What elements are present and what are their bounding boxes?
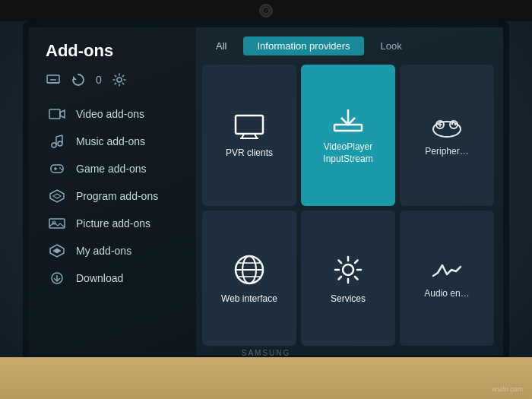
sidebar-item-picture[interactable]: Picture add-ons — [43, 210, 196, 237]
desk-surface — [0, 357, 532, 399]
svg-point-34 — [454, 124, 456, 125]
sidebar-icons-row: 0 — [43, 73, 196, 87]
main-content: All Information providers Look — [196, 27, 503, 355]
update-count: 0 — [96, 74, 102, 86]
addon-tile-pvr[interactable]: PVR clients — [202, 65, 296, 206]
addon-tile-peripheral[interactable]: Peripher… — [400, 65, 494, 206]
install-icon-button[interactable] — [46, 74, 61, 86]
svg-point-7 — [52, 143, 56, 147]
gear-large-icon — [332, 254, 364, 286]
sidebar-item-download[interactable]: Download — [43, 264, 196, 292]
filter-tabs: All Information providers Look — [202, 36, 494, 55]
svg-point-40 — [343, 264, 353, 275]
download-icon — [47, 271, 67, 286]
svg-rect-5 — [49, 109, 60, 119]
sidebar: Add-ons 0 — [29, 27, 196, 355]
sidebar-title: Add-ons — [43, 41, 196, 61]
webcam-bar — [0, 0, 532, 21]
webcam-lens — [259, 4, 273, 17]
tab-all[interactable]: All — [202, 36, 240, 55]
addon-tile-videoplayer-label: VideoPlayerInputStream — [323, 141, 372, 165]
game-icon — [47, 161, 67, 176]
monitor-bezel: Add-ons 0 — [23, 21, 509, 361]
sidebar-item-program[interactable]: Program add-ons — [43, 182, 196, 210]
addon-tile-audio[interactable]: Audio en… — [400, 211, 494, 346]
sidebar-item-program-label: Program add-ons — [76, 190, 158, 202]
tv-icon — [233, 114, 266, 140]
watermark: wsdn.com — [492, 385, 523, 393]
svg-line-11 — [56, 135, 62, 137]
download-tray-icon — [331, 108, 365, 134]
sidebar-item-music[interactable]: Music add-ons — [43, 128, 196, 155]
picture-icon — [47, 216, 67, 231]
svg-marker-3 — [73, 76, 77, 80]
tab-info-providers[interactable]: Information providers — [243, 36, 363, 55]
music-icon — [47, 134, 67, 149]
refresh-icon-button[interactable] — [71, 73, 85, 87]
audio-icon — [430, 259, 464, 280]
sidebar-item-my-addons-label: My add-ons — [76, 245, 131, 257]
samsung-label: SAMSUNG — [242, 349, 291, 357]
svg-rect-17 — [49, 219, 65, 228]
addon-tile-services-label: Services — [331, 293, 366, 306]
addon-tile-web-label: Web interface — [221, 293, 277, 306]
svg-point-15 — [59, 167, 61, 169]
addon-tile-peripheral-label: Peripher… — [425, 146, 468, 158]
tab-look[interactable]: Look — [367, 36, 416, 55]
addon-tile-services[interactable]: Services — [301, 211, 395, 346]
myaddon-icon — [47, 243, 67, 258]
settings-icon-button[interactable] — [112, 73, 126, 87]
addon-tile-pvr-label: PVR clients — [226, 147, 273, 160]
addon-grid: PVR clients VideoPlayerInputStream — [202, 65, 494, 346]
sidebar-item-game-label: Game add-ons — [76, 163, 147, 175]
addon-tile-audio-label: Audio en… — [424, 288, 469, 300]
sidebar-item-video[interactable]: Video add-ons — [43, 100, 196, 128]
svg-marker-6 — [60, 110, 65, 118]
svg-point-28 — [433, 122, 461, 137]
video-icon — [47, 106, 67, 122]
sidebar-item-video-label: Video add-ons — [76, 108, 144, 120]
sidebar-item-music-label: Music add-ons — [76, 135, 145, 147]
sidebar-item-game[interactable]: Game add-ons — [43, 155, 196, 182]
addon-tile-web[interactable]: Web interface — [202, 211, 296, 346]
gamepad-icon — [430, 116, 464, 138]
svg-point-33 — [451, 123, 453, 125]
svg-point-8 — [58, 141, 62, 146]
svg-rect-21 — [236, 116, 263, 134]
program-icon — [47, 188, 67, 204]
sidebar-item-download-label: Download — [76, 272, 123, 284]
svg-point-4 — [117, 78, 122, 82]
svg-point-16 — [61, 169, 62, 170]
screen: Add-ons 0 — [29, 27, 503, 355]
sidebar-item-picture-label: Picture add-ons — [76, 217, 150, 230]
addon-tile-videoplayer[interactable]: VideoPlayerInputStream — [301, 65, 395, 206]
sidebar-item-my-addons[interactable]: My add-ons — [43, 237, 196, 264]
globe-icon — [233, 254, 265, 286]
svg-rect-0 — [47, 75, 59, 83]
